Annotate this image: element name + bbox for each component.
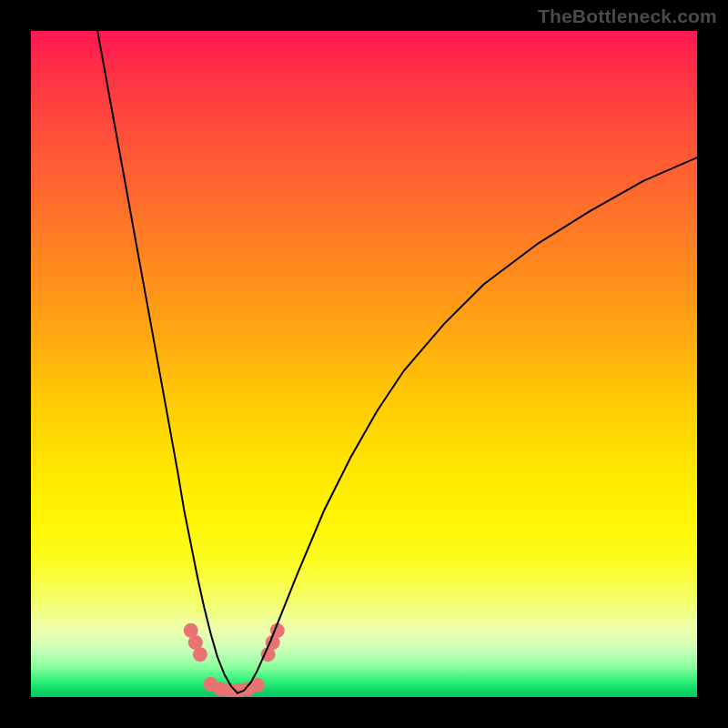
plot-area	[31, 31, 697, 697]
outer-frame: TheBottleneck.com	[0, 0, 728, 728]
marker-group	[184, 623, 285, 697]
watermark-text: TheBottleneck.com	[538, 5, 717, 27]
curve-left-branch	[97, 31, 238, 693]
chart-svg	[31, 31, 697, 697]
marker-dot	[193, 647, 207, 662]
curve-right-branch	[238, 157, 697, 693]
